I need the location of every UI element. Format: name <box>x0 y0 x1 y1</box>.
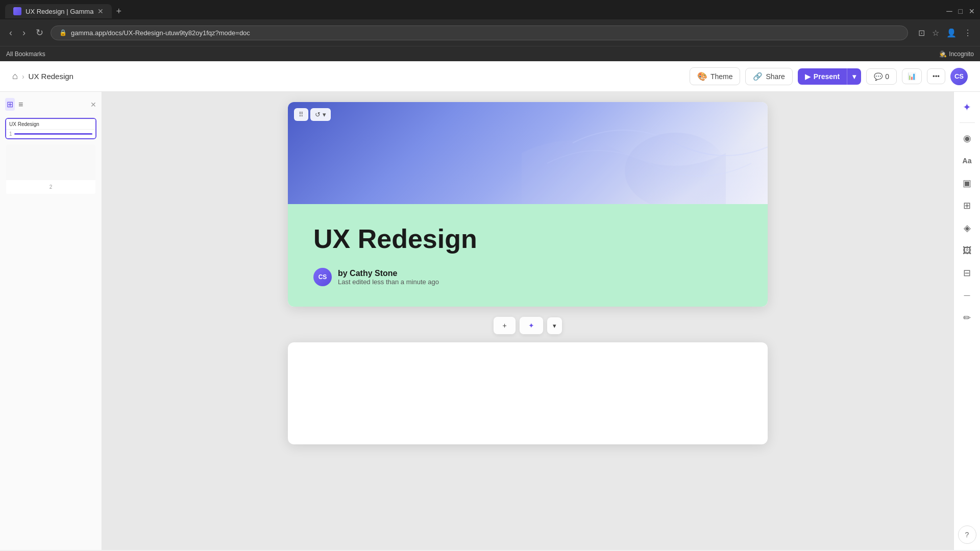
browser-tab[interactable]: UX Redesign | Gamma ✕ <box>5 4 112 18</box>
home-btn[interactable]: ⌂ <box>12 71 18 82</box>
slide-body: UX Redesign CS by Cathy Stone Last edite… <box>288 204 768 307</box>
theme-btn[interactable]: 🎨 Theme <box>690 67 741 85</box>
table-btn[interactable]: ⊟ <box>958 264 976 282</box>
more-btn[interactable]: ••• <box>927 68 945 84</box>
url-text: gamma.app/docs/UX-Redesign-utuw9ty82oy1f… <box>71 29 250 37</box>
slide-card-2 <box>288 342 768 444</box>
panel-close-btn[interactable]: ✕ <box>90 101 96 109</box>
add-ai-card-btn[interactable]: ✦ <box>520 317 543 334</box>
forward-btn[interactable]: › <box>19 26 29 40</box>
decorative-waves <box>480 102 768 204</box>
card-icon: ▣ <box>963 178 971 189</box>
add-icon: + <box>502 321 506 330</box>
tab-favicon <box>13 7 21 15</box>
present-dropdown-btn[interactable]: ▾ <box>847 68 861 85</box>
chart-icon: 📊 <box>908 72 916 80</box>
layout-arrow: ▾ <box>323 111 326 118</box>
user-avatar[interactable]: CS <box>950 68 968 85</box>
canvas-area: ⠿ ↺ ▾ UX Redesig <box>102 92 953 550</box>
panel-grid-view-btn[interactable]: ⊞ <box>5 98 15 111</box>
add-card-btn[interactable]: + <box>494 317 515 334</box>
breadcrumb-separator: › <box>22 72 24 81</box>
color-wheel-icon: ◉ <box>963 133 971 144</box>
tab-close-btn[interactable]: ✕ <box>97 7 104 15</box>
breadcrumb-title: UX Redesign <box>29 72 74 81</box>
back-btn[interactable]: ‹ <box>6 26 15 40</box>
table-icon: ⊟ <box>963 267 971 279</box>
text-icon: Aa <box>963 157 972 165</box>
card-btn[interactable]: ▣ <box>958 174 976 192</box>
draw-btn[interactable]: ✏ <box>958 309 976 327</box>
menu-btn[interactable]: ⋮ <box>962 26 974 40</box>
right-panel-divider <box>960 122 975 123</box>
layout-icon: ⊞ <box>963 200 971 211</box>
slide-title: UX Redesign <box>313 224 742 254</box>
bookmarks-label: All Bookmarks <box>6 51 45 58</box>
present-btn[interactable]: ▶ Present ▾ <box>798 68 861 85</box>
extensions-btn[interactable]: ⊡ <box>916 26 927 40</box>
window-maximize-btn[interactable]: □ <box>959 7 963 15</box>
address-bar[interactable]: 🔒 gamma.app/docs/UX-Redesign-utuw9ty82oy… <box>51 26 908 40</box>
refresh-btn[interactable]: ↻ <box>33 25 46 40</box>
comments-btn[interactable]: 💬 0 <box>866 68 897 85</box>
slide-toolbar: ⠿ ↺ ▾ <box>294 108 331 121</box>
shapes-icon: ◈ <box>964 222 971 234</box>
add-dropdown-btn[interactable]: ▾ <box>547 317 562 334</box>
new-tab-btn[interactable]: + <box>116 6 121 17</box>
add-card-toolbar: + ✦ ▾ <box>494 317 561 334</box>
window-minimize-btn[interactable]: ─ <box>946 7 952 16</box>
author-initials: CS <box>318 273 327 281</box>
bookmark-star-btn[interactable]: ☆ <box>930 26 941 40</box>
shapes-btn[interactable]: ◈ <box>958 219 976 237</box>
rotate-icon: ↺ <box>315 111 321 118</box>
color-style-btn[interactable]: ◉ <box>958 129 976 147</box>
comments-count: 0 <box>885 72 889 81</box>
ai-assistant-btn[interactable]: ✦ <box>958 98 976 116</box>
help-icon: ? <box>965 531 969 539</box>
theme-icon: 🎨 <box>697 71 707 81</box>
author-name: by Cathy Stone <box>338 269 439 278</box>
author-avatar: CS <box>313 268 332 286</box>
share-label: Share <box>766 72 785 81</box>
layout-btn[interactable]: ⊞ <box>958 196 976 215</box>
author-info: by Cathy Stone Last edited less than a m… <box>338 269 439 286</box>
analytics-btn[interactable]: 📊 <box>902 68 922 84</box>
theme-label: Theme <box>710 72 733 81</box>
slide-2-num: 2 <box>50 184 53 190</box>
image-icon: 🖼 <box>963 245 972 256</box>
comments-icon: 💬 <box>874 72 883 81</box>
slide-thumb-2[interactable]: 2 <box>5 143 96 195</box>
incognito-badge: 🕵 Incognito <box>939 51 974 58</box>
panel-list-view-btn[interactable]: ≡ <box>17 98 24 111</box>
text-btn[interactable]: Aa <box>958 152 976 170</box>
window-close-btn[interactable]: ✕ <box>969 7 975 15</box>
app-header: ⌂ › UX Redesign 🎨 Theme 🔗 Share ▶ Presen… <box>0 61 980 92</box>
author-last-edited: Last edited less than a minute ago <box>338 278 439 286</box>
image-btn[interactable]: 🖼 <box>958 241 976 260</box>
user-initials: CS <box>954 72 964 80</box>
present-play-icon: ▶ <box>805 72 811 81</box>
slide-1-title: UX Redesign <box>9 121 39 127</box>
help-btn[interactable]: ? <box>958 525 976 544</box>
draw-icon: ✏ <box>963 312 971 323</box>
lock-icon: 🔒 <box>59 29 67 36</box>
slide-layout-btn[interactable]: ↺ ▾ <box>310 108 331 121</box>
tab-title: UX Redesign | Gamma <box>26 8 93 15</box>
divider-btn[interactable]: — <box>958 286 976 305</box>
present-main[interactable]: ▶ Present <box>798 68 847 85</box>
ai-sparkle-icon: ✦ <box>528 321 534 330</box>
slide-drag-btn[interactable]: ⠿ <box>294 108 308 121</box>
share-icon: 🔗 <box>753 72 763 81</box>
right-panel: ✦ ◉ Aa ▣ ⊞ ◈ 🖼 ⊟ <box>953 92 980 550</box>
slide-thumb-1[interactable]: UX Redesign 1 <box>5 118 96 139</box>
author-row: CS by Cathy Stone Last edited less than … <box>313 268 742 286</box>
incognito-icon: 🕵 <box>939 51 947 58</box>
more-icon: ••• <box>933 72 940 80</box>
slide-2-preview <box>6 144 95 180</box>
slide-card-1: ⠿ ↺ ▾ UX Redesig <box>288 102 768 307</box>
share-btn[interactable]: 🔗 Share <box>745 68 792 85</box>
present-label: Present <box>814 72 840 81</box>
divider-icon: — <box>964 292 970 299</box>
profile-btn[interactable]: 👤 <box>944 26 959 40</box>
ai-sparkle-icon-right: ✦ <box>963 101 971 113</box>
